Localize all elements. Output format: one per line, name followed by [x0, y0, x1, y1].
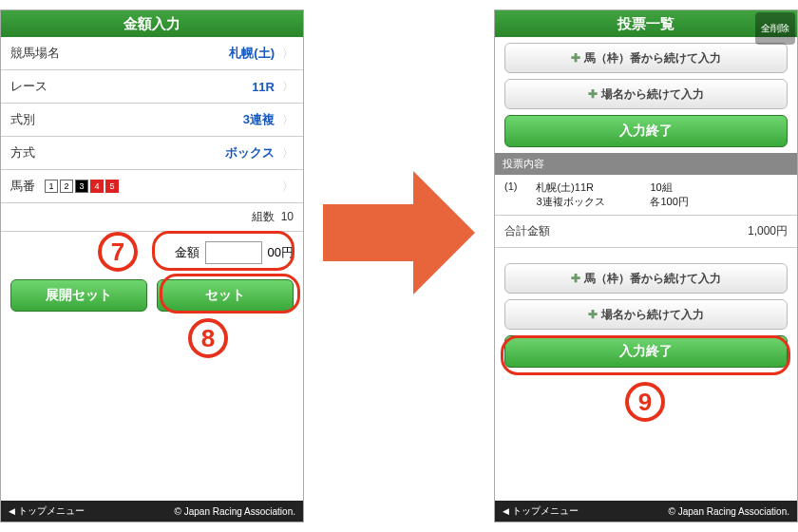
plus-icon: ✚ — [588, 87, 598, 101]
arrow-right-icon — [323, 171, 475, 294]
ticket-race: 札幌(土)11R — [536, 180, 631, 195]
copyright: © Japan Racing Association. — [175, 506, 295, 517]
ticket-unit: 各100円 — [650, 195, 688, 209]
horse-badge: 4 — [90, 180, 104, 193]
step-number-badge: 9 — [625, 382, 665, 422]
screen-vote-list: 投票一覧 全削除 ✚馬（枠）番から続けて入力 ✚場名から続けて入力 入力終了 投… — [494, 10, 798, 522]
horse-badge: 5 — [105, 180, 119, 193]
footer: トップメニュー © Japan Racing Association. — [1, 501, 303, 522]
copyright: © Japan Racing Association. — [669, 506, 789, 517]
top-menu-link[interactable]: トップメニュー — [9, 504, 85, 518]
horse-badge: 3 — [75, 180, 88, 193]
content: 競馬場名 札幌(土)〉 レース 11R〉 式別 3連複〉 方式 ボックス〉 馬番… — [1, 37, 303, 501]
chevron-right-icon: 〉 — [282, 46, 294, 62]
ticket-item[interactable]: (1) 札幌(土)11R 3連複ボックス 10組 各100円 — [495, 175, 797, 216]
row-value: ボックス — [225, 144, 275, 162]
finish-input-button[interactable]: 入力終了 — [504, 335, 788, 368]
ticket-index: (1) — [504, 180, 517, 209]
continue-from-place-button[interactable]: ✚場名から続けて入力 — [504, 79, 788, 109]
row-label: レース — [10, 78, 48, 95]
row-label: 式別 — [10, 111, 35, 128]
total-value: 1,000円 — [748, 223, 788, 239]
screen-amount-entry: 金額入力 競馬場名 札幌(土)〉 レース 11R〉 式別 3連複〉 方式 ボック… — [0, 10, 304, 522]
continue-from-horse-button[interactable]: ✚馬（枠）番から続けて入力 — [504, 43, 788, 73]
row-horses[interactable]: 馬番 1 2 3 4 5 〉 — [1, 170, 303, 203]
horse-badge: 1 — [45, 180, 58, 193]
finish-input-button[interactable]: 入力終了 — [504, 115, 788, 147]
section-header: 投票内容 — [495, 153, 797, 175]
ticket-count: 10組 — [650, 180, 688, 195]
plus-icon: ✚ — [571, 272, 580, 285]
total-row: 合計金額 1,000円 — [495, 216, 797, 248]
amount-input[interactable] — [205, 241, 262, 264]
set-button[interactable]: セット — [157, 279, 294, 312]
row-label: 馬番 — [10, 178, 35, 195]
chevron-right-icon: 〉 — [282, 79, 294, 95]
horse-number-badges: 1 2 3 4 5 — [45, 180, 275, 193]
top-menu-link[interactable]: トップメニュー — [503, 504, 579, 518]
total-label: 合計金額 — [504, 223, 550, 239]
delete-all-button[interactable]: 全削除 — [755, 12, 795, 45]
header-title: 投票一覧 全削除 — [495, 10, 797, 37]
ticket-type: 3連複ボックス — [536, 195, 631, 209]
row-bettype[interactable]: 式別 3連複〉 — [1, 104, 303, 137]
row-race[interactable]: レース 11R〉 — [1, 70, 303, 104]
chevron-right-icon: 〉 — [282, 145, 294, 162]
row-method[interactable]: 方式 ボックス〉 — [1, 137, 303, 170]
chevron-right-icon: 〉 — [282, 112, 294, 128]
content: ✚馬（枠）番から続けて入力 ✚場名から続けて入力 入力終了 投票内容 (1) 札… — [495, 37, 797, 501]
row-label: 方式 — [10, 144, 35, 162]
row-value: 11R — [252, 80, 275, 94]
horse-badge: 2 — [60, 180, 73, 193]
step-number-badge: 7 — [98, 232, 138, 272]
row-track[interactable]: 競馬場名 札幌(土)〉 — [1, 37, 303, 70]
amount-label: 金額 — [175, 244, 200, 261]
footer: トップメニュー © Japan Racing Association. — [495, 501, 797, 522]
continue-from-place-button[interactable]: ✚場名から続けて入力 — [504, 299, 788, 330]
continue-from-horse-button[interactable]: ✚馬（枠）番から続けて入力 — [504, 263, 788, 294]
amount-row: 金額 00円 — [1, 232, 303, 274]
expand-set-button[interactable]: 展開セット — [10, 279, 147, 312]
combination-count: 組数 10 — [1, 203, 303, 232]
plus-icon: ✚ — [571, 51, 580, 65]
header-title: 金額入力 — [1, 10, 303, 37]
row-label: 競馬場名 — [10, 45, 60, 62]
amount-suffix: 00円 — [268, 244, 294, 261]
plus-icon: ✚ — [588, 308, 598, 321]
row-value: 3連複 — [243, 111, 275, 128]
step-number-badge: 8 — [188, 318, 228, 358]
chevron-right-icon: 〉 — [282, 179, 294, 195]
row-value: 札幌(土) — [229, 45, 275, 62]
